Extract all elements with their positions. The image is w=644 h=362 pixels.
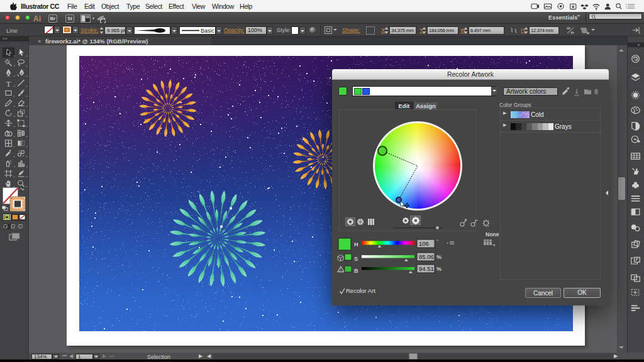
svg-text:85.06: 85.06 (419, 253, 434, 260)
svg-text:B: B (354, 268, 358, 274)
svg-text:%: % (436, 266, 441, 272)
svg-text:106: 106 (419, 240, 429, 247)
svg-text:H: H (354, 241, 358, 248)
svg-text:«: « (637, 43, 640, 47)
svg-text:°: ° (436, 239, 438, 244)
svg-text:««: «« (3, 36, 8, 41)
svg-text:T: T (6, 79, 11, 89)
svg-text:%: % (436, 254, 441, 260)
svg-text:S: S (354, 256, 358, 262)
svg-text:!: ! (340, 268, 341, 272)
svg-text:94.51: 94.51 (419, 265, 434, 272)
